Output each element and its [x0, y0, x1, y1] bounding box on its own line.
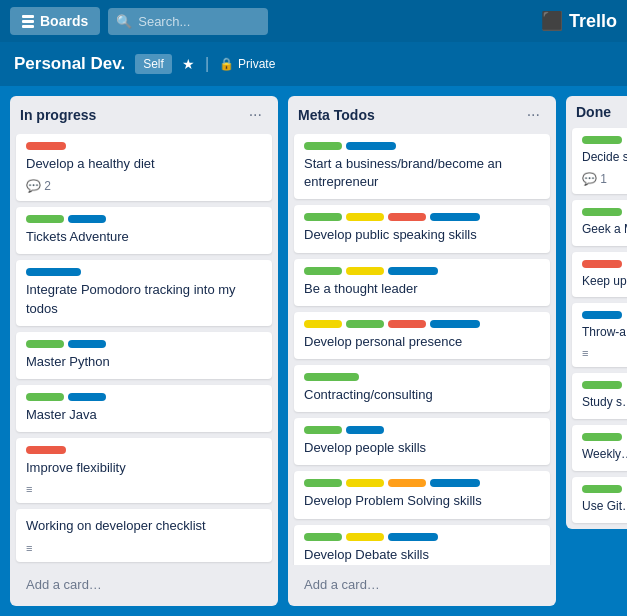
board-owner-badge[interactable]: Self — [135, 54, 172, 74]
card[interactable]: Working on developer checklist≡ — [16, 509, 272, 561]
card-title: Develop personal presence — [304, 333, 540, 351]
star-icon[interactable]: ★ — [182, 56, 195, 72]
list-meta-todos: Meta Todos ···Start a business/brand/bec… — [288, 96, 556, 606]
card-label — [68, 340, 106, 348]
card-done[interactable]: Keep up Soyoka… — [572, 252, 627, 298]
card-label — [304, 373, 359, 381]
card-label — [26, 446, 66, 454]
card-label — [582, 485, 622, 493]
private-badge: 🔒 Private — [219, 57, 275, 71]
card-label — [388, 320, 426, 328]
card-label — [346, 426, 384, 434]
trello-logo-icon: ⬛ — [541, 10, 563, 32]
card-labels — [26, 446, 262, 454]
card[interactable]: Tickets Adventure — [16, 207, 272, 254]
card-label — [430, 320, 480, 328]
card-done[interactable]: Weekly… — [572, 425, 627, 471]
trello-logo-text: Trello — [569, 11, 617, 32]
card[interactable]: Improve flexibility≡ — [16, 438, 272, 503]
card-done[interactable]: Study s… — [572, 373, 627, 419]
card[interactable]: Be a thought leader — [294, 259, 550, 306]
card-title-done: Decide space o… — [582, 149, 627, 166]
card-labels — [304, 320, 540, 328]
card-title: Master Python — [26, 353, 262, 371]
card-labels — [26, 142, 262, 150]
card-label — [346, 142, 396, 150]
card[interactable]: Develop people skills — [294, 418, 550, 465]
card-label — [304, 479, 342, 487]
search-input[interactable] — [108, 8, 268, 35]
list-menu-button[interactable]: ··· — [243, 104, 268, 126]
card-title: Develop people skills — [304, 439, 540, 457]
card-done[interactable]: Decide space o…💬 1 — [572, 128, 627, 194]
card-label — [388, 267, 438, 275]
card-labels — [26, 215, 262, 223]
card-label — [26, 215, 64, 223]
card-labels — [304, 373, 540, 381]
card-labels — [582, 485, 627, 493]
card-label — [582, 433, 622, 441]
card-label — [304, 142, 342, 150]
card-label — [388, 533, 438, 541]
card-label — [304, 426, 342, 434]
list-title: Meta Todos — [298, 107, 375, 123]
card-labels — [304, 533, 540, 541]
card-label — [388, 479, 426, 487]
list-header-in-progress: In progress ··· — [10, 96, 278, 134]
card-labels — [304, 267, 540, 275]
private-label: Private — [238, 57, 275, 71]
card-done[interactable]: Use Git… — [572, 477, 627, 523]
card-labels — [26, 340, 262, 348]
add-card-button-meta-todos[interactable]: Add a card… — [294, 569, 550, 600]
card-done[interactable]: Throw-a…≡ — [572, 303, 627, 367]
card[interactable]: Master Java — [16, 385, 272, 432]
list-header-meta-todos: Meta Todos ··· — [288, 96, 556, 134]
card-title-done: Use Git… — [582, 498, 627, 515]
list-menu-button[interactable]: ··· — [521, 104, 546, 126]
card[interactable]: Develop a healthy diet💬 2 — [16, 134, 272, 201]
card-label — [388, 213, 426, 221]
list-title: In progress — [20, 107, 96, 123]
card-title-done: Geek a Monday… — [582, 221, 627, 238]
card-labels — [582, 311, 627, 319]
card-title: Develop Problem Solving skills — [304, 492, 540, 510]
card-label — [346, 267, 384, 275]
card-title: Contracting/consulting — [304, 386, 540, 404]
card-title: Develop Debate skills — [304, 546, 540, 564]
card-title: Working on developer checklist — [26, 517, 262, 535]
add-card-button-in-progress[interactable]: Add a card… — [16, 569, 272, 600]
card-lines-icon: ≡ — [26, 483, 262, 495]
card[interactable]: Develop Problem Solving skills — [294, 471, 550, 518]
card-labels — [582, 260, 627, 268]
card[interactable]: Integrate Pomodoro tracking into my todo… — [16, 260, 272, 325]
boards-button[interactable]: Boards — [10, 7, 100, 35]
trello-logo: ⬛ Trello — [541, 10, 617, 32]
card-labels — [582, 136, 627, 144]
card-title: Integrate Pomodoro tracking into my todo… — [26, 281, 262, 317]
card-label — [68, 393, 106, 401]
card-label — [304, 213, 342, 221]
card-done[interactable]: Geek a Monday… — [572, 200, 627, 246]
top-nav: Boards 🔍 ⬛ Trello — [0, 0, 627, 42]
card[interactable]: Develop Debate skills — [294, 525, 550, 566]
card-label — [304, 320, 342, 328]
card-lines-icon: ≡ — [582, 347, 627, 359]
lock-icon: 🔒 — [219, 57, 234, 71]
card[interactable]: Start a business/brand/become an entrepr… — [294, 134, 550, 199]
card[interactable]: Develop personal presence — [294, 312, 550, 359]
card-label — [430, 213, 480, 221]
list-cards-in-progress: Develop a healthy diet💬 2Tickets Adventu… — [10, 134, 278, 565]
card[interactable]: Master Python — [16, 332, 272, 379]
card-label — [68, 215, 106, 223]
card-lines-icon: ≡ — [26, 542, 262, 554]
card[interactable]: Develop public speaking skills — [294, 205, 550, 252]
header-divider: | — [205, 55, 209, 73]
card-label — [26, 268, 81, 276]
card-label — [304, 533, 342, 541]
card-meta: 💬 1 — [582, 172, 627, 186]
card[interactable]: Contracting/consulting — [294, 365, 550, 412]
card-label — [582, 311, 622, 319]
card-title: Tickets Adventure — [26, 228, 262, 246]
list-done: DoneDecide space o…💬 1Geek a Monday…Keep… — [566, 96, 627, 529]
card-title-done: Keep up Soyoka… — [582, 273, 627, 290]
